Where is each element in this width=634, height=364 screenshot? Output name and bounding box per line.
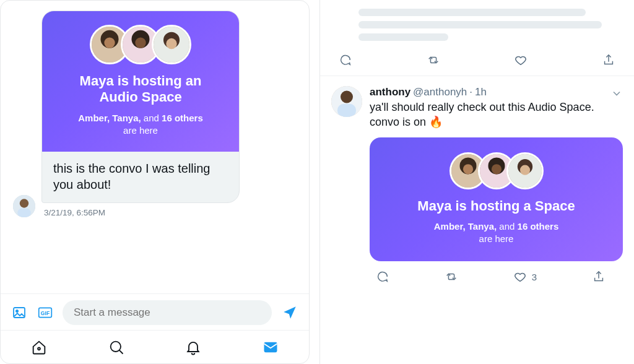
svg-text:GIF: GIF bbox=[41, 310, 50, 316]
placeholder-tweet-actions bbox=[320, 48, 634, 76]
audio-space-card[interactable]: Maya is hosting a Space Amber, Tanya, an… bbox=[370, 137, 623, 262]
svg-point-27 bbox=[491, 164, 501, 174]
avatar-icon bbox=[13, 195, 35, 217]
svg-rect-21 bbox=[337, 104, 356, 117]
space-subtitle: Amber, Tanya, and 16 others are here bbox=[56, 112, 225, 137]
svg-point-24 bbox=[462, 164, 472, 174]
tweet-actions: 3 bbox=[370, 261, 623, 290]
gif-icon: GIF bbox=[37, 305, 53, 321]
svg-rect-2 bbox=[17, 209, 31, 217]
tab-notifications[interactable] bbox=[185, 339, 202, 356]
space-title: Maya is hosting a Space bbox=[383, 198, 609, 214]
message-timestamp: 3/21/19, 6:56PM bbox=[41, 208, 297, 217]
attach-image-button[interactable] bbox=[11, 304, 28, 321]
svg-rect-12 bbox=[14, 308, 25, 318]
reply-button[interactable] bbox=[339, 53, 352, 67]
message-bubble: Maya is hosting an Audio Space Amber, Ta… bbox=[41, 11, 240, 203]
share-icon bbox=[602, 53, 615, 67]
placeholder-tweet bbox=[320, 0, 634, 48]
tweet-body: anthony @anthonyh · 1h ya'll should real… bbox=[370, 86, 623, 290]
timeline-pane: anthony @anthonyh · 1h ya'll should real… bbox=[319, 0, 634, 364]
svg-point-13 bbox=[16, 310, 18, 312]
reply-icon bbox=[339, 53, 352, 67]
space-title: Maya is hosting an Audio Space bbox=[56, 73, 225, 106]
message-input[interactable] bbox=[63, 300, 272, 325]
participant-avatars bbox=[56, 25, 225, 64]
tweet[interactable]: anthony @anthonyh · 1h ya'll should real… bbox=[320, 76, 634, 295]
svg-rect-18 bbox=[264, 342, 277, 352]
envelope-icon bbox=[262, 339, 279, 356]
retweet-button[interactable] bbox=[427, 53, 440, 67]
share-button[interactable] bbox=[602, 53, 615, 67]
search-icon bbox=[108, 339, 125, 356]
svg-point-11 bbox=[166, 38, 176, 49]
heart-icon bbox=[513, 270, 527, 284]
avatar-icon bbox=[508, 154, 542, 188]
tweet-display-name[interactable]: anthony bbox=[370, 86, 410, 98]
reply-button[interactable] bbox=[376, 270, 389, 284]
audio-space-card[interactable]: Maya is hosting an Audio Space Amber, Ta… bbox=[42, 11, 239, 152]
tab-messages[interactable] bbox=[262, 339, 279, 356]
dm-pane: Maya is hosting an Audio Space Amber, Ta… bbox=[0, 0, 310, 364]
reply-icon bbox=[376, 270, 389, 284]
participant-avatars bbox=[383, 152, 609, 189]
dm-scroll: Maya is hosting an Audio Space Amber, Ta… bbox=[1, 1, 309, 293]
share-button[interactable] bbox=[592, 270, 606, 284]
tweet-time[interactable]: 1h bbox=[475, 86, 487, 98]
tweet-handle[interactable]: @anthonyh bbox=[413, 86, 467, 98]
tweet-menu-button[interactable] bbox=[610, 87, 623, 102]
send-button[interactable] bbox=[280, 303, 299, 322]
tab-search[interactable] bbox=[108, 339, 125, 356]
tweet-author-avatar[interactable] bbox=[331, 86, 362, 117]
tab-home[interactable] bbox=[30, 339, 48, 356]
svg-point-17 bbox=[110, 341, 120, 351]
avatar-icon bbox=[154, 27, 189, 63]
avatar-icon bbox=[331, 86, 362, 117]
svg-point-8 bbox=[135, 37, 145, 48]
chevron-down-icon bbox=[610, 87, 623, 100]
svg-point-30 bbox=[519, 165, 529, 175]
svg-point-5 bbox=[104, 37, 115, 48]
message-composer: GIF bbox=[1, 293, 309, 330]
incoming-message: Maya is hosting an Audio Space Amber, Ta… bbox=[13, 11, 297, 217]
retweet-icon bbox=[445, 270, 458, 284]
svg-point-1 bbox=[20, 199, 28, 208]
retweet-button[interactable] bbox=[445, 270, 458, 284]
heart-icon bbox=[514, 53, 528, 67]
send-icon bbox=[282, 305, 298, 321]
image-icon bbox=[12, 305, 27, 320]
space-subtitle: Amber, Tanya, and 16 others are here bbox=[383, 220, 609, 246]
bottom-tabbar bbox=[1, 330, 309, 363]
retweet-icon bbox=[427, 53, 440, 67]
like-count: 3 bbox=[532, 272, 537, 282]
bell-icon bbox=[185, 339, 202, 356]
home-icon bbox=[30, 339, 48, 356]
tweet-header: anthony @anthonyh · 1h bbox=[370, 86, 623, 98]
like-button[interactable]: 3 bbox=[513, 270, 537, 284]
message-text: this is the convo I was telling you abou… bbox=[42, 152, 239, 202]
fire-emoji: 🔥 bbox=[429, 116, 443, 128]
sender-avatar[interactable] bbox=[13, 195, 35, 217]
attach-gif-button[interactable]: GIF bbox=[37, 304, 54, 321]
svg-point-20 bbox=[341, 91, 353, 103]
like-button[interactable] bbox=[514, 53, 528, 67]
svg-point-16 bbox=[38, 347, 40, 350]
tweet-text: ya'll should really check out this Audio… bbox=[370, 100, 623, 130]
share-icon bbox=[592, 270, 606, 284]
